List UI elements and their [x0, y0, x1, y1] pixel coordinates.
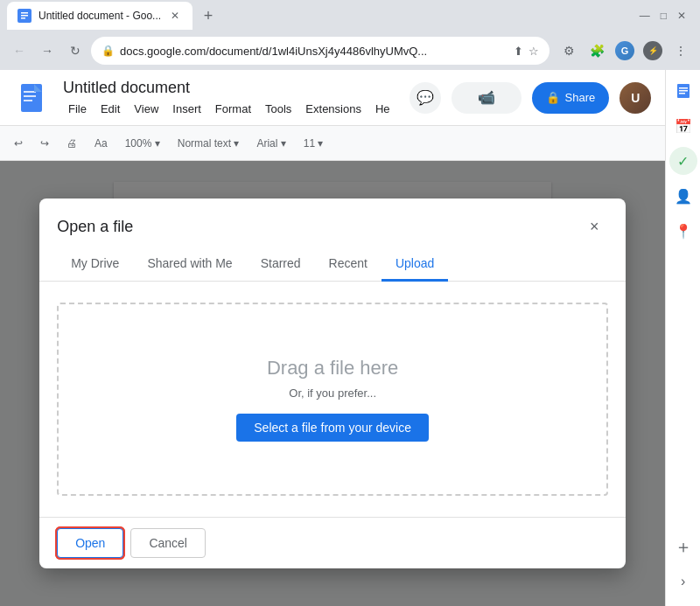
tab-recent[interactable]: Recent [315, 247, 382, 282]
speed-icon[interactable]: ⚡ [640, 38, 665, 63]
profile-icon[interactable]: G [612, 38, 637, 63]
sidebar-calendar-icon[interactable]: 📅 [669, 112, 697, 140]
doc-title[interactable]: Untitled document [63, 79, 396, 97]
user-avatar[interactable]: U [620, 82, 651, 114]
redo-button[interactable]: ↪ [33, 134, 56, 153]
drop-zone-subtitle: Or, if you prefer... [289, 387, 376, 400]
right-sidebar: 📅 ✓ 👤 📍 ＋ › [665, 70, 700, 606]
docs-logo [14, 80, 49, 115]
spellcheck-button[interactable]: Aa [88, 134, 115, 153]
docs-format-bar: ↩ ↪ 🖨 Aa 100% ▾ Normal text ▾ Arial ▾ 11… [0, 126, 665, 161]
svg-rect-4 [21, 84, 42, 112]
minimize-button[interactable]: — [640, 10, 650, 22]
extensions-icon[interactable]: ⚙ [556, 38, 581, 63]
close-window-button[interactable]: ✕ [677, 10, 686, 22]
modal-overlay: Open a file × My Drive Shared with Me St… [0, 161, 665, 606]
reload-button[interactable]: ↻ [63, 38, 88, 63]
tab-my-drive[interactable]: My Drive [57, 247, 133, 282]
back-button[interactable]: ← [7, 38, 32, 63]
title-bar: Untitled document - Goo... ✕ + — □ ✕ [0, 0, 700, 31]
sidebar-add-icon[interactable]: ＋ [669, 533, 697, 561]
more-menu-icon[interactable]: ⋮ [668, 38, 693, 63]
zoom-select[interactable]: 100% ▾ [118, 134, 167, 153]
dialog-tabs: My Drive Shared with Me Starred Recent U… [39, 247, 626, 282]
bookmark-icon[interactable]: ☆ [528, 45, 539, 58]
cancel-button[interactable]: Cancel [130, 528, 206, 558]
open-file-dialog: Open a file × My Drive Shared with Me St… [39, 199, 626, 568]
sidebar-docs-icon[interactable] [669, 77, 697, 105]
browser-frame: Untitled document - Goo... ✕ + — □ ✕ ← →… [0, 0, 700, 606]
font-select[interactable]: Arial ▾ [249, 134, 292, 153]
dialog-footer: Open Cancel [39, 517, 626, 568]
dialog-close-button[interactable]: × [580, 212, 608, 240]
menu-tools[interactable]: Tools [260, 101, 297, 117]
svg-rect-3 [21, 17, 25, 19]
svg-rect-13 [679, 93, 685, 94]
window-controls: — □ ✕ [640, 10, 693, 22]
svg-rect-7 [24, 100, 32, 101]
share-lock-icon: 🔒 [546, 91, 560, 104]
docs-menu: File Edit View Insert Format Tools Exten… [63, 101, 396, 117]
browser-toolbar: ⚙ 🧩 G ⚡ ⋮ [553, 38, 693, 63]
svg-rect-2 [21, 15, 28, 17]
share-button[interactable]: 🔒 Share [532, 82, 610, 114]
dialog-title: Open a file [57, 218, 133, 236]
svg-rect-6 [24, 95, 36, 97]
address-bar: ← → ↻ 🔒 docs.google.com/document/d/1wl4i… [0, 31, 700, 70]
docs-toolbar-right: 💬 📹 🔒 Share U [410, 82, 652, 114]
menu-insert[interactable]: Insert [167, 101, 206, 117]
tab-starred[interactable]: Starred [247, 247, 315, 282]
share-label: Share [565, 91, 596, 104]
tab-shared-with-me[interactable]: Shared with Me [133, 247, 246, 282]
active-tab[interactable]: Untitled document - Goo... ✕ [7, 2, 192, 30]
select-file-button[interactable]: Select a file from your device [236, 414, 429, 442]
menu-view[interactable]: View [129, 101, 164, 117]
style-select[interactable]: Normal text ▾ [171, 134, 247, 153]
drop-zone[interactable]: Drag a file here Or, if you prefer... Se… [57, 303, 608, 496]
content-area: Untitled document File Edit View Insert … [0, 70, 700, 606]
svg-rect-1 [21, 12, 28, 14]
share-url-icon[interactable]: ⬆ [514, 45, 523, 58]
drop-zone-title: Drag a file here [267, 357, 398, 380]
dialog-content: Drag a file here Or, if you prefer... Se… [39, 282, 626, 517]
menu-edit[interactable]: Edit [95, 101, 125, 117]
forward-button[interactable]: → [35, 38, 60, 63]
sidebar-maps-icon[interactable]: 📍 [669, 217, 697, 245]
svg-rect-11 [679, 87, 688, 89]
tab-title: Untitled document - Goo... [38, 10, 161, 22]
svg-rect-5 [24, 91, 36, 93]
menu-extensions[interactable]: Extensions [300, 101, 367, 117]
comments-button[interactable]: 💬 [410, 82, 441, 114]
menu-help[interactable]: He [370, 101, 396, 117]
undo-button[interactable]: ↩ [7, 134, 30, 153]
menu-format[interactable]: Format [210, 101, 256, 117]
tab-close-button[interactable]: ✕ [168, 9, 182, 23]
print-button[interactable]: 🖨 [60, 134, 84, 153]
menu-file[interactable]: File [63, 101, 92, 117]
docs-top-bar: Untitled document File Edit View Insert … [0, 70, 665, 126]
meet-icon: 📹 [478, 89, 495, 106]
meet-button[interactable]: 📹 [452, 82, 522, 114]
font-size[interactable]: 11 ▾ [297, 134, 331, 153]
lock-icon: 🔒 [102, 45, 115, 57]
docs-area: Untitled document File Edit View Insert … [0, 70, 665, 606]
dialog-header: Open a file × [39, 199, 626, 240]
new-tab-button[interactable]: + [196, 3, 220, 28]
docs-content: Open a file × My Drive Shared with Me St… [0, 161, 665, 606]
sidebar-tasks-icon[interactable]: ✓ [669, 147, 697, 175]
open-button[interactable]: Open [57, 528, 123, 558]
tab-favicon [18, 9, 32, 23]
tab-upload[interactable]: Upload [382, 247, 448, 282]
sidebar-expand-icon[interactable]: › [669, 568, 697, 596]
maximize-button[interactable]: □ [661, 10, 667, 22]
url-text: docs.google.com/document/d/1wl4iUnsXj4y4… [120, 45, 508, 58]
docs-title-area: Untitled document File Edit View Insert … [63, 79, 396, 117]
url-bar[interactable]: 🔒 docs.google.com/document/d/1wl4iUnsXj4… [91, 37, 550, 65]
puzzle-icon[interactable]: 🧩 [584, 38, 609, 63]
url-icons: ⬆ ☆ [514, 45, 539, 58]
svg-rect-12 [679, 90, 688, 92]
sidebar-contacts-icon[interactable]: 👤 [669, 182, 697, 210]
